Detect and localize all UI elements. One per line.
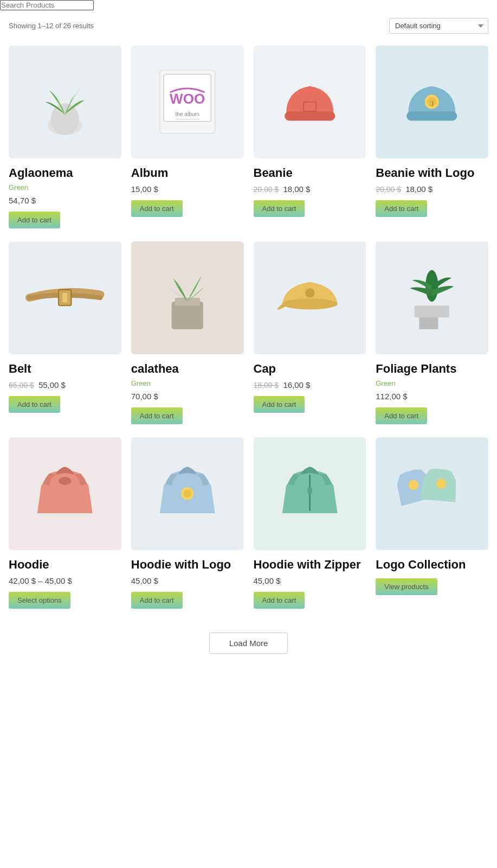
product-image-belt (9, 241, 121, 354)
product-price-hoodie: 42,00 $ – 45,00 $ (9, 576, 121, 585)
product-price-foliage-plants: 112,00 $ (376, 392, 488, 401)
svg-point-17 (282, 298, 337, 309)
svg-rect-21 (415, 306, 449, 318)
add-to-cart-button-belt[interactable]: Add to cart (9, 396, 60, 413)
search-input[interactable] (0, 0, 94, 10)
product-image-cap (254, 241, 366, 354)
results-count: Showing 1–12 of 26 results (9, 22, 94, 30)
svg-rect-14 (63, 293, 68, 302)
product-image-beanie-with-logo: :) (376, 46, 488, 158)
search-bar (0, 0, 497, 10)
add-to-cart-button-aglaonema[interactable]: Add to cart (9, 212, 60, 228)
view-products-button-logo-collection[interactable]: View products (376, 578, 437, 595)
product-name-logo-collection: Logo Collection (376, 558, 488, 572)
product-name-beanie: Beanie (254, 166, 366, 180)
load-more-button[interactable]: Load More (209, 633, 288, 654)
product-card-beanie: Beanie 20,00 $ 18,00 $ Add to cart (254, 46, 366, 228)
add-to-cart-button-beanie-with-logo[interactable]: Add to cart (376, 200, 427, 217)
product-card-hoodie-with-zipper: Hoodie with Zipper45,00 $Add to cart (254, 437, 366, 609)
product-image-beanie (254, 46, 366, 158)
product-card-beanie-with-logo: :) Beanie with Logo 20,00 $ 18,00 $ Add … (376, 46, 488, 228)
product-card-calathea: calatheaGreen70,00 $Add to cart (131, 241, 244, 424)
product-name-beanie-with-logo: Beanie with Logo (376, 166, 488, 180)
toolbar: Showing 1–12 of 26 results Default sorti… (0, 10, 497, 41)
product-variant-aglaonema: Green (9, 183, 121, 192)
svg-text:WOO: WOO (170, 91, 205, 107)
svg-point-23 (59, 477, 71, 486)
product-price-aglaonema: 54,70 $ (9, 196, 121, 205)
add-to-cart-button-album[interactable]: Add to cart (131, 200, 183, 217)
svg-text:the album: the album (175, 111, 199, 117)
product-price-belt: 65,00 $ 55,00 $ (9, 380, 121, 390)
add-to-cart-button-calathea[interactable]: Add to cart (131, 407, 183, 424)
svg-point-18 (305, 289, 314, 298)
product-card-logo-collection: Logo CollectionView products (376, 437, 488, 609)
product-card-hoodie: Hoodie42,00 $ – 45,00 $Select options (9, 437, 121, 609)
product-name-hoodie: Hoodie (9, 558, 121, 572)
product-variant-calathea: Green (131, 379, 244, 387)
product-image-hoodie-with-zipper (254, 437, 366, 550)
product-price-calathea: 70,00 $ (131, 392, 244, 401)
product-image-hoodie (9, 437, 121, 550)
sort-select[interactable]: Default sorting Sort by popularity Sort … (389, 18, 488, 34)
product-image-foliage-plants (376, 241, 488, 354)
product-name-belt: Belt (9, 362, 121, 376)
product-price-hoodie-with-zipper: 45,00 $ (254, 576, 366, 585)
product-price-hoodie-with-logo: 45,00 $ (131, 576, 244, 585)
add-to-cart-button-hoodie-with-zipper[interactable]: Add to cart (254, 592, 305, 609)
product-price-beanie-with-logo: 20,00 $ 18,00 $ (376, 184, 488, 194)
select-options-button-hoodie[interactable]: Select options (9, 592, 70, 609)
product-variant-foliage-plants: Green (376, 379, 488, 387)
product-image-calathea (131, 241, 244, 354)
product-card-belt: Belt 65,00 $ 55,00 $ Add to cart (9, 241, 121, 424)
product-name-cap: Cap (254, 362, 366, 376)
product-image-hoodie-with-logo (131, 437, 244, 550)
add-to-cart-button-hoodie-with-logo[interactable]: Add to cart (131, 592, 183, 609)
product-name-calathea: calathea (131, 362, 244, 376)
svg-text::): :) (430, 100, 434, 106)
sort-wrapper: Default sorting Sort by popularity Sort … (389, 18, 488, 34)
product-name-album: Album (131, 166, 244, 180)
svg-point-1 (51, 104, 79, 135)
svg-rect-7 (285, 111, 335, 120)
products-grid: AglaonemaGreen54,70 $Add to cart WOO the… (0, 41, 497, 622)
product-image-logo-collection (376, 437, 488, 550)
product-price-cap: 18,00 $ 16,00 $ (254, 380, 366, 390)
load-more-section: Load More (0, 622, 497, 670)
svg-rect-16 (175, 298, 200, 306)
add-to-cart-button-beanie[interactable]: Add to cart (254, 200, 305, 217)
add-to-cart-button-foliage-plants[interactable]: Add to cart (376, 407, 427, 424)
add-to-cart-button-cap[interactable]: Add to cart (254, 396, 305, 413)
product-name-hoodie-with-logo: Hoodie with Logo (131, 558, 244, 572)
product-price-beanie: 20,00 $ 18,00 $ (254, 184, 366, 194)
product-card-hoodie-with-logo: Hoodie with Logo45,00 $Add to cart (131, 437, 244, 609)
product-image-aglaonema (9, 46, 121, 158)
svg-rect-27 (307, 488, 312, 494)
svg-rect-8 (304, 102, 316, 111)
product-name-aglaonema: Aglaonema (9, 166, 121, 180)
svg-rect-9 (407, 111, 457, 120)
svg-rect-15 (172, 302, 203, 329)
product-price-album: 15,00 $ (131, 184, 244, 194)
product-name-hoodie-with-zipper: Hoodie with Zipper (254, 558, 366, 572)
product-name-foliage-plants: Foliage Plants (376, 362, 488, 376)
product-image-album: WOO the album (131, 46, 244, 158)
svg-point-25 (183, 490, 191, 498)
product-card-aglaonema: AglaonemaGreen54,70 $Add to cart (9, 46, 121, 228)
product-card-cap: Cap 18,00 $ 16,00 $ Add to cart (254, 241, 366, 424)
product-card-foliage-plants: Foliage PlantsGreen112,00 $Add to cart (376, 241, 488, 424)
product-card-album: WOO the album Album15,00 $Add to cart (131, 46, 244, 228)
